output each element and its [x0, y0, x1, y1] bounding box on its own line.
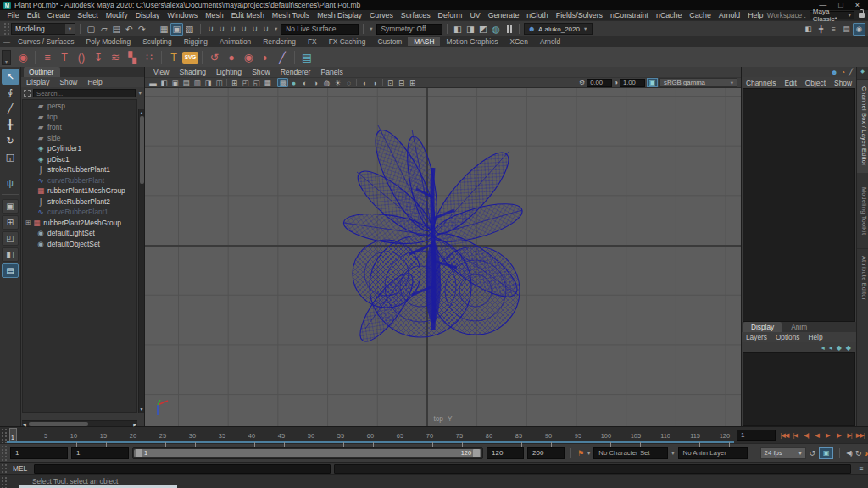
menu-item[interactable]: UV	[466, 11, 484, 19]
viewport-menu-item[interactable]: Show	[247, 68, 275, 76]
shelf-tab[interactable]: Rigging	[178, 37, 214, 46]
snap-magnets-icon[interactable]: ◉	[853, 23, 865, 36]
wireframe-display-icon[interactable]: ▩	[277, 78, 288, 87]
xray-icon[interactable]: ◗	[370, 78, 381, 87]
menu-item[interactable]: Modify	[102, 11, 131, 19]
current-time-field[interactable]: 1	[737, 430, 776, 441]
snap-curve-icon[interactable]: ∪	[216, 23, 227, 36]
motion-blur-icon[interactable]: ◌	[343, 78, 354, 87]
shelf-tab[interactable]: Custom	[371, 37, 408, 46]
paint-select-tool[interactable]: ╱	[2, 101, 19, 117]
chevron-down-icon[interactable]: ▾	[587, 450, 590, 457]
range-end-handle[interactable]	[473, 449, 480, 458]
isolate-select-icon[interactable]: ◖	[359, 78, 370, 87]
menu-item[interactable]: Mesh Display	[314, 11, 366, 19]
channel-box-menu-item[interactable]: Channels	[742, 79, 780, 87]
use-all-lights-icon[interactable]: ◑	[310, 78, 321, 87]
viewport-canvas[interactable]: top -Y	[145, 88, 741, 426]
display-layers-icon[interactable]: ◍	[490, 23, 503, 36]
component-mode-icon[interactable]: ▧	[183, 23, 196, 36]
save-scene-icon[interactable]: ▤	[110, 23, 123, 36]
bookmark-icon[interactable]: ⚑	[577, 449, 584, 458]
contrast-icon[interactable]: ◑	[614, 79, 618, 86]
outliner-item[interactable]: ∿ curveRubberPlant	[23, 175, 136, 186]
rotate-tool[interactable]: ↻	[2, 133, 19, 149]
layout-persp-outliner[interactable]: ▤	[2, 263, 19, 278]
command-result-field[interactable]	[334, 464, 851, 474]
render-current-frame-icon[interactable]: ◧	[452, 23, 465, 36]
sound-mute-icon[interactable]: ◀)	[846, 449, 852, 457]
grease-pencil-icon[interactable]: ≡	[827, 23, 840, 36]
scrollbar-thumb[interactable]	[140, 116, 144, 184]
account-menu[interactable]: ☻ A.aluko_2020 ▾	[524, 23, 593, 35]
mash-checker-icon[interactable]: ▚	[124, 49, 141, 66]
time-slider-track[interactable]: 1 51015202530354045505560657075808590951…	[7, 427, 734, 443]
loop-mode-icon[interactable]: ↺	[810, 449, 816, 458]
viewport-menu-item[interactable]: Shading	[174, 68, 211, 76]
layout-four-pane[interactable]: ⊞	[2, 215, 19, 230]
wireframe-plant-mesh[interactable]	[314, 117, 548, 367]
menu-item[interactable]: File	[3, 11, 23, 19]
playback-start-field[interactable]: 1	[71, 447, 129, 459]
chevron-down-icon[interactable]: ▾	[138, 90, 142, 97]
menu-item[interactable]: Help	[744, 11, 767, 19]
play-backwards-button[interactable]: ◀	[811, 431, 822, 439]
step-back-key-button[interactable]: ◀|	[801, 431, 812, 439]
shelf-tab[interactable]: Sculpting	[136, 37, 177, 46]
layout-single-pane[interactable]: ▣	[2, 199, 19, 214]
shelf-options-button[interactable]: ▾	[2, 50, 11, 65]
channel-box-menu-item[interactable]: Edit	[780, 79, 800, 87]
textured-display-icon[interactable]: ◐	[299, 78, 310, 87]
menu-item[interactable]: Cache	[686, 11, 715, 19]
channel-stats-icon[interactable]: ☻	[831, 69, 837, 76]
layer-editor-menu-item[interactable]: Options	[771, 333, 804, 341]
field-chart-icon[interactable]: ⊞	[407, 78, 418, 87]
bookmarks-icon[interactable]: ▤	[181, 78, 192, 87]
shelf-tab[interactable]: Arnold	[534, 37, 566, 46]
menu-item[interactable]: nCloth	[523, 11, 552, 19]
outliner-item[interactable]: ⌡ strokeRubberPlant2	[23, 197, 136, 208]
smooth-shade-icon[interactable]: ●	[288, 78, 299, 87]
shelf-tab[interactable]: Motion Graphics	[440, 37, 504, 46]
menu-item[interactable]: Fields/Solvers	[552, 11, 606, 19]
live-surface-field[interactable]: No Live Surface	[281, 24, 359, 35]
camera-attributes-icon[interactable]: ▣	[170, 78, 181, 87]
render-settings-icon[interactable]: ◩	[477, 23, 490, 36]
redo-icon[interactable]: ↷	[136, 23, 148, 36]
snap-projected-center-icon[interactable]: ∪	[238, 23, 249, 36]
custom-pivot-icon[interactable]: ╋	[815, 23, 827, 36]
cached-playback-icon[interactable]: ↻	[855, 449, 862, 458]
ipr-render-icon[interactable]: ◨	[465, 23, 477, 36]
shelf-tab[interactable]: FX	[302, 37, 323, 46]
gate-mask-icon[interactable]: ⊟	[396, 78, 407, 87]
outliner-item[interactable]: ▦ rubberPlant1MeshGroup	[23, 186, 136, 197]
range-slider-grip[interactable]	[0, 444, 7, 462]
animation-end-field[interactable]: 200	[527, 447, 565, 459]
step-forward-frame-button[interactable]: ▶|	[844, 431, 855, 439]
layer-editor-tab[interactable]: Anim	[783, 322, 815, 332]
outliner-item[interactable]: ◉ defaultObjectSet	[23, 239, 136, 250]
shelf-minimize-button[interactable]: —	[2, 38, 12, 46]
menu-item[interactable]: Mesh	[202, 11, 228, 19]
snap-view-plane-icon[interactable]: ∪	[249, 23, 260, 36]
playback-range-bar[interactable]: 1 120	[132, 447, 483, 459]
colorspace-dropdown[interactable]: sRGB gamma ▾	[659, 78, 737, 87]
hud-toggle-icon[interactable]: ▤	[840, 23, 853, 36]
channel-box-menu-item[interactable]: Object	[801, 79, 830, 87]
viewport-menu-item[interactable]: Lighting	[211, 68, 247, 76]
range-start-handle[interactable]	[136, 449, 142, 458]
new-layer-icon[interactable]: ◆	[837, 344, 842, 352]
shelf-tab[interactable]: MASH	[408, 37, 440, 46]
menu-item[interactable]: Select	[74, 11, 102, 19]
menu-item[interactable]: Create	[43, 11, 73, 19]
outliner-menu-item[interactable]: Show	[54, 78, 82, 86]
help-line-grip[interactable]	[0, 475, 7, 488]
outliner-item[interactable]: ◈ pCylinder1	[23, 143, 136, 154]
channel-speed-icon[interactable]: ◔	[841, 69, 845, 76]
script-editor-icon[interactable]: ≡	[854, 464, 868, 473]
mash-placer-icon[interactable]: ↧	[90, 49, 107, 66]
outliner-search-input[interactable]: Search...	[33, 89, 136, 97]
sidebar-tab[interactable]: Attribute Editor	[857, 248, 868, 307]
menu-item[interactable]: Windows	[164, 11, 202, 19]
outliner-menu-item[interactable]: Help	[82, 78, 107, 86]
